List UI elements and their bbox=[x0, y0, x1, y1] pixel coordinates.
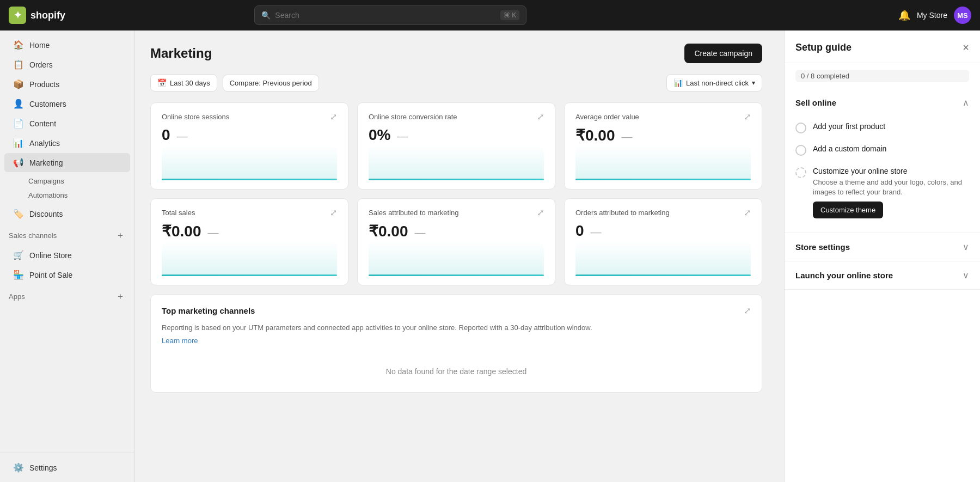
export-icon[interactable]: ⤢ bbox=[744, 208, 751, 218]
sidebar-item-automations[interactable]: Automations bbox=[24, 188, 130, 202]
metric-chart-area bbox=[369, 247, 544, 276]
metric-chart-area bbox=[162, 247, 337, 276]
date-range-label: Last 30 days bbox=[170, 79, 210, 87]
export-icon[interactable]: ⤢ bbox=[330, 112, 337, 122]
setup-item-content: Add your first product bbox=[813, 122, 885, 131]
add-sales-channel-button[interactable]: ＋ bbox=[115, 230, 126, 241]
chart-fill bbox=[369, 146, 544, 179]
sidebar: 🏠 Home 📋 Orders 📦 Products 👤 Customers 📄… bbox=[0, 30, 135, 482]
compare-label: Compare: Previous period bbox=[230, 79, 312, 87]
learn-more-link[interactable]: Learn more bbox=[162, 337, 198, 345]
metric-value: ₹0.00 bbox=[369, 222, 408, 240]
value-row: 0 — bbox=[162, 126, 337, 144]
metrics-grid-row2: Total sales ⤢ ₹0.00 — Sales attri bbox=[150, 198, 762, 285]
sidebar-item-content[interactable]: 📄 Content bbox=[4, 114, 130, 133]
metric-card-header: Online store conversion rate ⤢ bbox=[369, 112, 544, 122]
chevron-down-icon: ∨ bbox=[963, 270, 969, 280]
sidebar-item-home[interactable]: 🏠 Home bbox=[4, 35, 130, 54]
setup-section-store-settings-header[interactable]: Store settings ∨ bbox=[785, 233, 980, 261]
sidebar-item-discounts[interactable]: 🏷️ Discounts bbox=[4, 204, 130, 223]
metric-card-header: Orders attributed to marketing ⤢ bbox=[575, 208, 751, 218]
chart-line bbox=[162, 274, 337, 276]
point-of-sale-icon: 🏪 bbox=[13, 270, 24, 280]
metric-card-orders-attributed: Orders attributed to marketing ⤢ 0 — bbox=[564, 198, 762, 285]
channels-description: Reporting is based on your UTM parameter… bbox=[162, 322, 751, 333]
chart-fill bbox=[575, 242, 751, 274]
marketing-subnav: Campaigns Automations bbox=[0, 173, 134, 204]
attribution-filter[interactable]: 📊 Last non-direct click ▾ bbox=[666, 74, 762, 91]
page-title: Marketing bbox=[150, 46, 212, 61]
metrics-grid-row1: Online store sessions ⤢ 0 — Onlin bbox=[150, 102, 762, 190]
setup-section-sell-online-header[interactable]: Sell online ∧ bbox=[785, 89, 980, 117]
analytics-icon: 📊 bbox=[13, 138, 24, 148]
sidebar-item-marketing[interactable]: 📢 Marketing bbox=[4, 153, 130, 172]
avatar[interactable]: MS bbox=[954, 7, 971, 24]
sidebar-footer: ⚙️ Settings bbox=[0, 453, 134, 482]
sidebar-item-online-store[interactable]: 🛒 Online Store bbox=[4, 246, 130, 265]
setup-close-button[interactable]: × bbox=[963, 41, 969, 54]
customize-theme-button[interactable]: Customize theme bbox=[813, 202, 883, 218]
export-icon[interactable]: ⤢ bbox=[744, 306, 751, 316]
content-area: Marketing Create campaign 📅 Last 30 days… bbox=[135, 30, 784, 482]
setup-checkbox-customize-store[interactable] bbox=[795, 167, 806, 178]
setup-panel: Setup guide × 0 / 8 completed Sell onlin… bbox=[784, 30, 980, 482]
chart-fill bbox=[575, 146, 751, 179]
sidebar-item-products[interactable]: 📦 Products bbox=[4, 75, 130, 94]
sidebar-item-customers[interactable]: 👤 Customers bbox=[4, 94, 130, 113]
logo[interactable]: ✦ shopify bbox=[9, 7, 65, 24]
sidebar-item-point-of-sale[interactable]: 🏪 Point of Sale bbox=[4, 265, 130, 284]
calendar-icon: 📅 bbox=[157, 78, 167, 87]
setup-item-desc: Choose a theme and add your logo, colors… bbox=[813, 178, 969, 197]
setup-checkbox-add-first-product[interactable] bbox=[795, 123, 806, 133]
metric-title: Orders attributed to marketing bbox=[575, 209, 670, 217]
setup-title: Setup guide bbox=[795, 42, 852, 53]
channels-title: Top marketing channels bbox=[162, 306, 255, 315]
sidebar-item-analytics[interactable]: 📊 Analytics bbox=[4, 133, 130, 152]
sidebar-item-orders[interactable]: 📋 Orders bbox=[4, 55, 130, 74]
metric-value: 0% bbox=[369, 126, 390, 144]
export-icon[interactable]: ⤢ bbox=[744, 112, 751, 122]
value-row: 0% — bbox=[369, 126, 544, 144]
export-icon[interactable]: ⤢ bbox=[330, 208, 337, 218]
metric-value: ₹0.00 bbox=[162, 222, 201, 240]
search-input[interactable] bbox=[275, 11, 496, 20]
topnav-right: 🔔 My Store MS bbox=[898, 7, 971, 24]
sidebar-item-label: Orders bbox=[29, 60, 53, 69]
metric-chart-area bbox=[162, 150, 337, 180]
export-icon[interactable]: ⤢ bbox=[537, 208, 544, 218]
value-row: ₹0.00 — bbox=[162, 222, 337, 240]
content-icon: 📄 bbox=[13, 118, 24, 129]
page-header: Marketing Create campaign bbox=[150, 44, 762, 63]
search-icon: 🔍 bbox=[261, 11, 271, 20]
metric-dash: — bbox=[397, 130, 408, 143]
setup-item-label: Customize your online store bbox=[813, 167, 969, 175]
sidebar-item-label: Analytics bbox=[29, 139, 60, 148]
search-bar[interactable]: 🔍 ⌘ K bbox=[254, 5, 526, 25]
date-range-filter[interactable]: 📅 Last 30 days bbox=[150, 74, 217, 91]
metric-card-sales-attributed: Sales attributed to marketing ⤢ ₹0.00 — bbox=[357, 198, 555, 285]
attribution-label: Last non-direct click bbox=[686, 79, 749, 87]
export-icon[interactable]: ⤢ bbox=[537, 112, 544, 122]
setup-section-launch-store-header[interactable]: Launch your online store ∨ bbox=[785, 261, 980, 289]
notification-icon[interactable]: 🔔 bbox=[898, 9, 910, 21]
setup-section-sell-online: Sell online ∧ Add your first product Add… bbox=[785, 89, 980, 233]
value-row: ₹0.00 — bbox=[369, 222, 544, 240]
chevron-down-icon: ▾ bbox=[752, 79, 755, 87]
sidebar-item-campaigns[interactable]: Campaigns bbox=[24, 174, 130, 188]
sidebar-item-label: Marketing bbox=[29, 158, 63, 167]
add-app-button[interactable]: ＋ bbox=[115, 291, 126, 302]
sidebar-item-label: Point of Sale bbox=[29, 271, 72, 279]
create-campaign-button[interactable]: Create campaign bbox=[684, 44, 762, 63]
channels-card: Top marketing channels ⤢ Reporting is ba… bbox=[150, 294, 762, 393]
setup-checkbox-add-custom-domain[interactable] bbox=[795, 145, 806, 156]
sidebar-item-settings[interactable]: ⚙️ Settings bbox=[4, 458, 130, 477]
orders-icon: 📋 bbox=[13, 59, 24, 70]
sidebar-item-label: Discounts bbox=[29, 210, 63, 218]
compare-filter[interactable]: Compare: Previous period bbox=[223, 75, 319, 91]
setup-item-add-custom-domain: Add a custom domain bbox=[795, 139, 969, 161]
chart-line bbox=[575, 179, 751, 180]
section-title: Sell online bbox=[795, 98, 836, 107]
metric-chart-area bbox=[575, 246, 751, 276]
metric-chart-area bbox=[575, 151, 751, 180]
metric-card-online-store-sessions: Online store sessions ⤢ 0 — bbox=[150, 102, 348, 190]
